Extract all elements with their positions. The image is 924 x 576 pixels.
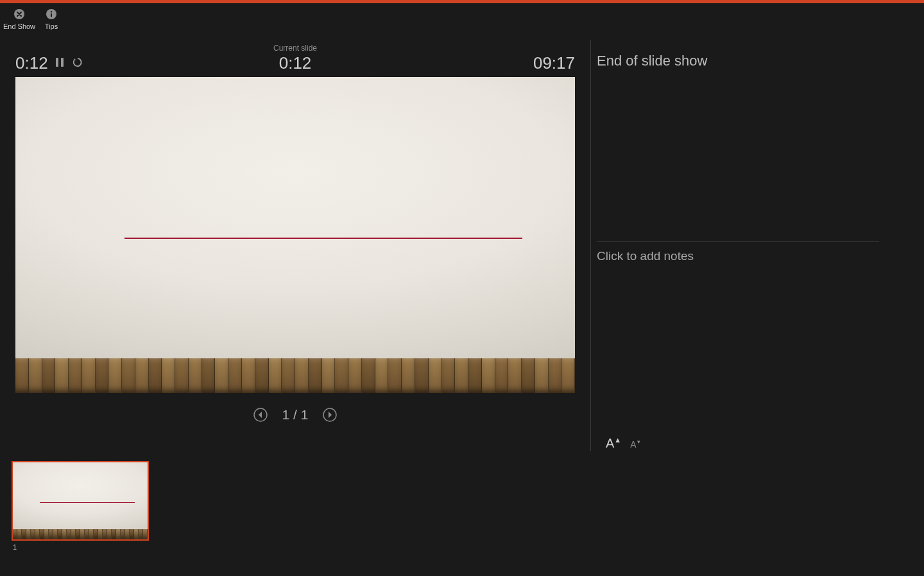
slide-counter: 1 / 1 xyxy=(282,407,309,423)
reset-timer-button[interactable] xyxy=(72,57,83,71)
svg-point-2 xyxy=(51,11,52,12)
slide-floor-graphic xyxy=(13,529,148,539)
svg-rect-3 xyxy=(51,13,52,17)
vertical-divider xyxy=(590,40,591,451)
tips-button[interactable]: Tips xyxy=(38,6,64,37)
end-show-button[interactable]: End Show xyxy=(0,6,38,37)
side-panel: End of slide show Click to add notes A▲ … xyxy=(597,53,879,451)
elapsed-timer: 0:12 xyxy=(15,53,48,73)
presenter-main-area: 0:12 Current slide 0:12 09:17 1 / 1 xyxy=(0,40,590,451)
svg-rect-5 xyxy=(61,58,64,67)
current-slide-preview xyxy=(15,77,575,393)
previous-slide-button[interactable] xyxy=(253,407,268,423)
current-slide-label: Current slide xyxy=(273,44,317,53)
next-slide-button[interactable] xyxy=(322,407,338,423)
slide-navigation: 1 / 1 xyxy=(0,401,590,429)
slide-divider-line xyxy=(124,238,522,239)
presenter-toolbar: End Show Tips xyxy=(0,6,64,37)
close-icon xyxy=(13,8,25,20)
info-icon xyxy=(46,8,57,20)
slide-thumbnail-index: 1 xyxy=(13,543,17,551)
next-slide-message: End of slide show xyxy=(597,53,879,69)
slide-divider-line xyxy=(40,502,135,503)
timer-row: 0:12 Current slide 0:12 09:17 xyxy=(0,40,590,77)
decrease-font-button[interactable]: A▼ xyxy=(630,439,641,449)
clock-time: 09:17 xyxy=(533,53,575,73)
notes-divider xyxy=(597,241,879,242)
end-show-label: End Show xyxy=(3,22,35,30)
slide-floor-graphic xyxy=(15,358,575,393)
pause-button[interactable] xyxy=(54,57,65,71)
tips-label: Tips xyxy=(45,22,58,30)
window-accent-bar xyxy=(0,0,924,3)
notes-font-controls: A▲ A▼ xyxy=(606,436,641,451)
slide-thumbnail[interactable] xyxy=(12,461,149,541)
slide-filmstrip: 1 xyxy=(12,461,924,551)
notes-input[interactable]: Click to add notes xyxy=(597,249,694,263)
increase-font-button[interactable]: A▲ xyxy=(606,436,621,451)
current-slide-timer: 0:12 xyxy=(279,53,312,73)
svg-rect-4 xyxy=(56,58,58,67)
